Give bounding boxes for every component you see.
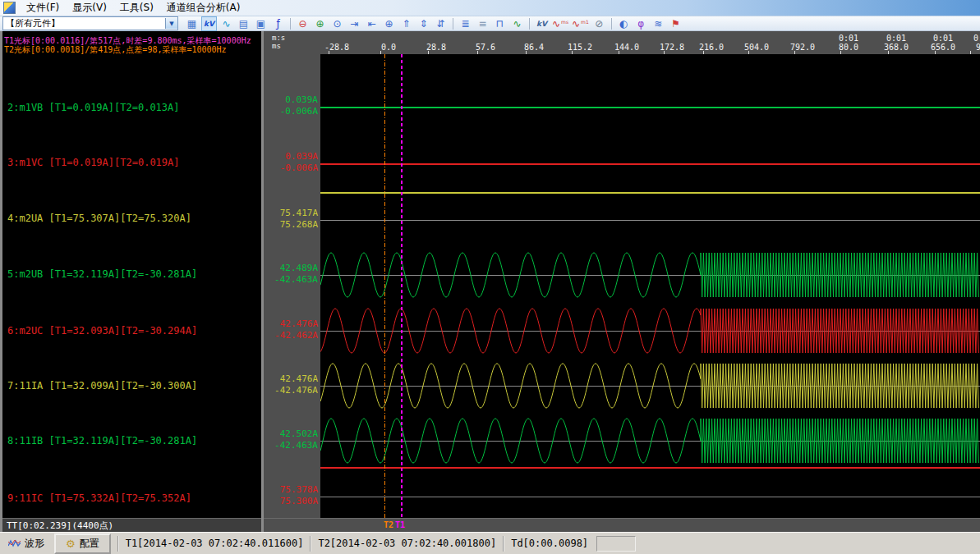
channel-label-2[interactable]: 2:m1VB [T1=0.019A][T2=0.013A]	[7, 102, 180, 113]
channel-label-3[interactable]: 3:m1VC [T1=0.019A][T2=0.019A]	[7, 157, 180, 168]
amplitude-fit-icon-glyph: ⇕	[419, 17, 427, 30]
channel-label-6[interactable]: 6:m2UC [T1=32.093A][T2=-30.294A]	[7, 325, 197, 337]
zoom-range-icon[interactable]: ⊙	[329, 16, 345, 31]
cursor-t1-info: T1光标[0:00.0116]/第517点,时差=9.800ms,采样率=100…	[4, 36, 251, 45]
tab-waveform-label: 波形	[25, 537, 44, 551]
analog-wave-icon[interactable]: ∿	[509, 16, 525, 31]
cursor-t1-label[interactable]: T1	[395, 520, 405, 529]
amplitude-up-icon[interactable]: ⇑	[398, 16, 414, 31]
time-axis: m:s ms -28.80.028.857.686.4115.2144.0172…	[264, 31, 980, 54]
total-time-status: TT[0:02.239](4400点)	[2, 518, 261, 532]
channel-scale-2: 0.039A-0.006A	[280, 94, 318, 117]
amplitude-fit-icon[interactable]: ⇕	[416, 16, 431, 31]
element-grid-icon[interactable]: ▦	[184, 16, 200, 31]
menu-item-2[interactable]: 显示(V)	[66, 0, 113, 16]
zoom-in-icon[interactable]: ⊕	[312, 16, 328, 31]
channel-label-8[interactable]: 8:11IB [T1=32.119A][T2=-30.281A]	[7, 435, 197, 446]
time-tick: 0.0	[364, 43, 413, 52]
clock-icon[interactable]: ◐	[616, 16, 632, 31]
tab-waveform[interactable]: 波形	[0, 535, 51, 552]
formula-icon[interactable]: ƒ	[270, 16, 286, 31]
channel-label-4[interactable]: 4:m2UA [T1=75.307A][T2=75.320A]	[7, 213, 191, 224]
cursor-t2-line[interactable]	[384, 54, 385, 518]
channel-select-icon[interactable]: ▤	[236, 16, 251, 31]
channel-6-scale-max: 42.476A	[274, 318, 318, 330]
app-icon	[3, 2, 16, 14]
harmonics-icon[interactable]: ≋	[651, 16, 666, 31]
waveform-canvas	[320, 54, 980, 518]
waveform-plot[interactable]	[320, 54, 980, 518]
gear-icon: ⚙	[66, 538, 76, 549]
status-field-3: Td[0:00.0098]	[503, 536, 595, 552]
rm1-icon-sub: m1	[581, 16, 589, 30]
zoom-selection-icon[interactable]: ⊕	[381, 16, 397, 31]
time-tick: 216.0	[687, 43, 736, 52]
zoom-out-icon[interactable]: ⊖	[295, 16, 311, 31]
kv-values-icon-glyph: kV	[204, 17, 214, 30]
channel-2-scale-min: -0.006A	[280, 106, 318, 117]
digital-wave-icon-glyph: ⊓	[496, 17, 504, 30]
channel-3-scale-min: -0.006A	[280, 163, 318, 174]
time-tick: 504.0	[732, 43, 781, 52]
menu-item-1[interactable]: 文件(F)	[20, 0, 66, 16]
zoom-out-icon-glyph: ⊖	[298, 17, 306, 30]
vector-icon[interactable]: ⚑	[668, 16, 683, 31]
channel-label-9[interactable]: 9:11IC [T1=75.332A][T2=75.352A]	[7, 492, 191, 504]
channel-7-scale-max: 42.476A	[274, 373, 318, 385]
waveform-analyzer-window: 文件(F)显示(V)工具(S)通道组合分析(A) 【所有元件】 ▼ ▦kV∿▤▣…	[0, 0, 980, 554]
menu-item-4[interactable]: 通道组合分析(A)	[160, 0, 247, 16]
time-tick: 792.0	[778, 43, 827, 52]
chevron-down-icon[interactable]: ▼	[165, 18, 177, 29]
channel-order-icon[interactable]: ≡	[475, 16, 490, 31]
harmonics-icon-glyph: ≋	[654, 17, 662, 30]
analog-wave-icon-glyph: ∿	[513, 17, 521, 30]
channel-list-icon[interactable]: ≣	[458, 16, 473, 31]
element-filter-combo[interactable]: 【所有元件】 ▼	[2, 16, 178, 30]
main-area: T1光标[0:00.0116]/第517点,时差=9.800ms,采样率=100…	[0, 31, 980, 532]
channel-select-icon-glyph: ▤	[239, 17, 248, 30]
waveform-region: m:s ms -28.80.028.857.686.4115.2144.0172…	[264, 31, 980, 532]
config-button[interactable]: ⚙ 配置	[54, 533, 111, 554]
channel-scale-7: 42.476A-42.476A	[274, 373, 318, 396]
kv-unit-icon[interactable]: kV	[534, 16, 550, 31]
channel-label-7[interactable]: 7:11IA [T1=32.099A][T2=-30.300A]	[7, 380, 197, 391]
kv-values-icon[interactable]: kV	[201, 16, 217, 31]
zoom-selection-icon-glyph: ⊕	[384, 17, 393, 30]
compress-time-icon[interactable]: ⇥	[347, 16, 362, 31]
cursor-t1-line[interactable]	[401, 54, 403, 518]
channel-7-scale-min: -42.476A	[274, 385, 318, 396]
digital-wave-icon[interactable]: ⊓	[492, 16, 508, 31]
kv-unit-icon-glyph: kV	[536, 17, 547, 30]
waveform-icon[interactable]: ∿	[219, 16, 234, 31]
time-axis-units: m:s ms	[272, 34, 285, 50]
expand-time-icon-glyph: ⇤	[367, 17, 375, 30]
bottom-tab-bar: 波形 ⚙ 配置 T1[2014-02-03 07:02:40.011600]T2…	[0, 532, 980, 554]
status-spacer	[596, 536, 636, 552]
channel-list-panel: T1光标[0:00.0116]/第517点,时差=9.800ms,采样率=100…	[0, 31, 261, 532]
clock-off-icon[interactable]: ⊘	[591, 16, 607, 31]
amplitude-up-icon-glyph: ⇑	[402, 17, 410, 30]
toolbar-icons: ▦kV∿▤▣ƒ⊖⊕⊙⇥⇤⊕⇑⇕⇵≣≡⊓∿kV∿ms∿m1⊘◐φ≋⚑	[183, 16, 684, 31]
expand-time-icon[interactable]: ⇤	[364, 16, 380, 31]
channel-3-scale-max: 0.039A	[280, 151, 318, 163]
rms-icon[interactable]: ∿ms	[551, 16, 569, 31]
status-field-1: T1[2014-02-03 07:02:40.011600]	[117, 536, 311, 552]
phase-icon[interactable]: φ	[633, 16, 649, 31]
toolbar-separator	[453, 18, 453, 30]
channel-scale-3: 0.039A-0.006A	[280, 151, 318, 174]
channel-list-icon-glyph: ≣	[461, 17, 469, 30]
phase-icon-glyph: φ	[637, 17, 644, 30]
channel-label-5[interactable]: 5:m2UB [T1=32.119A][T2=-30.281A]	[7, 268, 197, 280]
menu-item-3[interactable]: 工具(S)	[113, 0, 160, 16]
rm1-icon[interactable]: ∿m1	[571, 16, 590, 31]
channel-2-scale-max: 0.039A	[280, 94, 318, 106]
channel-6-scale-min: -42.462A	[274, 330, 318, 341]
channel-order-icon-glyph: ≡	[478, 17, 486, 30]
annotation-icon[interactable]: ▣	[253, 16, 269, 31]
status-field-2: T2[2014-02-03 07:02:40.001800]	[310, 536, 503, 552]
channel-8-scale-min: -42.463A	[274, 440, 318, 451]
amplitude-reset-icon-glyph: ⇵	[436, 17, 444, 30]
time-unit-ms: ms	[272, 42, 285, 50]
cursor-t2-label[interactable]: T2	[384, 520, 393, 529]
amplitude-reset-icon[interactable]: ⇵	[433, 16, 449, 31]
